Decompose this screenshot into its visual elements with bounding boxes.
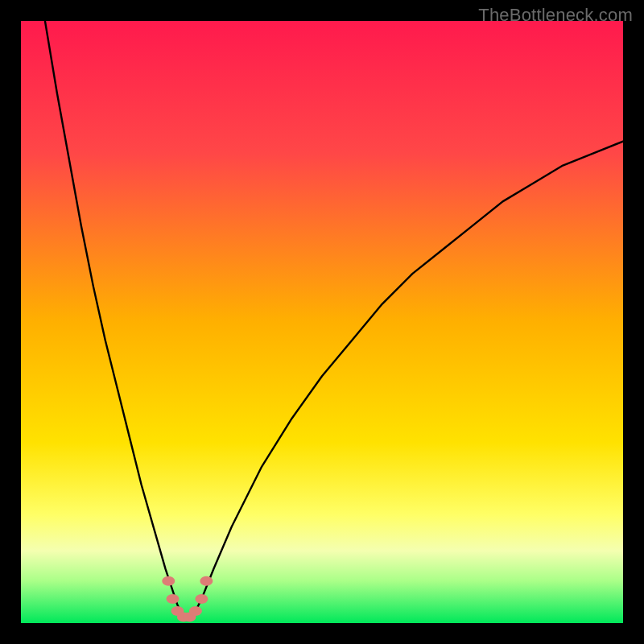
chart-background-gradient — [21, 21, 623, 623]
plot-frame — [21, 21, 623, 623]
watermark-text: TheBottleneck.com — [478, 5, 633, 26]
notch-marker — [189, 606, 202, 616]
bottleneck-chart — [21, 21, 623, 623]
notch-marker — [167, 594, 180, 604]
notch-marker — [200, 576, 213, 586]
notch-marker — [195, 594, 208, 604]
notch-marker — [162, 576, 175, 586]
